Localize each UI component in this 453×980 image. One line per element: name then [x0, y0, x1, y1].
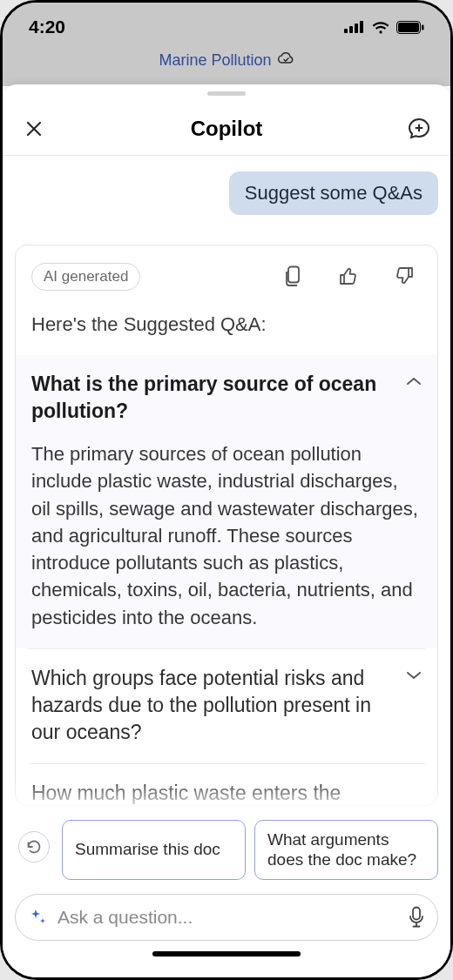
copilot-panel: Copilot Suggest some Q&As AI generated [3, 84, 450, 977]
wifi-icon [371, 20, 390, 34]
grabber-area[interactable] [3, 84, 450, 96]
sparkle-icon [28, 908, 47, 927]
status-time: 4:20 [29, 17, 65, 37]
chat-area[interactable]: Suggest some Q&As AI generated [3, 156, 450, 813]
copy-icon [284, 265, 303, 288]
ask-input[interactable]: Ask a question... [15, 894, 438, 941]
ai-intro-text: Here's the Suggested Q&A: [28, 313, 425, 336]
qa-item[interactable]: Which groups face potential risks and ha… [28, 648, 425, 763]
document-header: Marine Pollution [3, 51, 450, 86]
copy-button[interactable] [284, 265, 303, 288]
status-icons [344, 20, 424, 34]
svg-rect-7 [288, 267, 299, 283]
document-title[interactable]: Marine Pollution [159, 51, 271, 70]
mic-icon [408, 906, 425, 929]
thumbs-down-button[interactable] [394, 265, 415, 288]
qa-header: How much plastic waste enters the [31, 780, 422, 805]
suggestion-chip[interactable]: Summarise this doc [62, 820, 246, 881]
ai-response-header: AI generated [28, 263, 425, 291]
panel-header: Copilot [3, 96, 450, 156]
new-chat-button[interactable] [405, 115, 433, 143]
svg-rect-1 [349, 26, 353, 33]
battery-icon [396, 21, 424, 34]
ai-response-card: AI generated [15, 245, 438, 806]
svg-rect-0 [344, 29, 348, 33]
qa-item[interactable]: How much plastic waste enters the [28, 763, 425, 805]
home-indicator-area [15, 941, 438, 965]
svg-rect-2 [355, 23, 358, 33]
device-frame: 4:20 Marine Pollution [0, 0, 453, 980]
thumbs-down-icon [394, 265, 415, 286]
svg-rect-5 [398, 23, 419, 32]
ai-generated-badge: AI generated [31, 263, 140, 291]
qa-question: What is the primary source of ocean poll… [31, 371, 390, 425]
qa-answer: The primary sources of ocean pollution i… [31, 440, 422, 631]
qa-header: What is the primary source of ocean poll… [31, 371, 422, 425]
bottom-bar: Summarise this doc What arguments does t… [3, 813, 450, 978]
suggestion-label: What arguments does the doc make? [267, 829, 425, 871]
signal-icon [344, 21, 365, 33]
suggestion-label: Summarise this doc [75, 839, 220, 860]
qa-question: How much plastic waste enters the [31, 780, 422, 805]
thumbs-up-button[interactable] [338, 265, 359, 288]
chevron-down-icon [406, 665, 422, 681]
cloud-sync-icon [277, 51, 294, 65]
chat-plus-icon [407, 117, 431, 141]
svg-rect-8 [413, 908, 420, 920]
home-indicator[interactable] [152, 951, 301, 957]
mic-button[interactable] [408, 906, 425, 929]
suggestion-row: Summarise this doc What arguments does t… [15, 820, 438, 881]
chevron-up-icon [406, 371, 422, 386]
thumbs-up-icon [338, 265, 359, 286]
refresh-suggestions-button[interactable] [15, 820, 53, 874]
suggestion-chip[interactable]: What arguments does the doc make? [254, 820, 438, 881]
user-message: Suggest some Q&As [229, 171, 438, 215]
svg-rect-6 [422, 24, 424, 30]
refresh-icon [25, 838, 43, 856]
svg-rect-3 [360, 21, 363, 33]
ask-placeholder: Ask a question... [57, 907, 397, 928]
close-icon [24, 118, 44, 139]
close-button[interactable] [20, 115, 48, 143]
qa-item[interactable]: What is the primary source of ocean poll… [16, 355, 437, 648]
status-bar: 4:20 [3, 3, 450, 51]
qa-header: Which groups face potential risks and ha… [31, 665, 422, 746]
qa-question: Which groups face potential risks and ha… [31, 665, 390, 746]
ai-response-actions [284, 265, 422, 288]
panel-title: Copilot [191, 117, 263, 141]
